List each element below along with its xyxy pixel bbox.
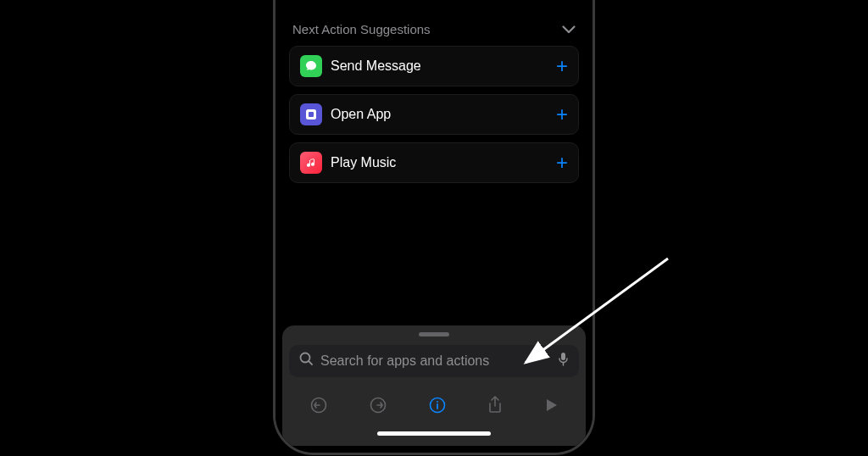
search-bar[interactable]: Search for apps and actions (289, 345, 579, 377)
section-title: Next Action Suggestions (292, 22, 431, 36)
microphone-icon[interactable] (558, 352, 569, 370)
section-header[interactable]: Next Action Suggestions (289, 17, 579, 46)
music-icon (300, 152, 322, 174)
screen: Next Action Suggestions Send Message + (275, 0, 593, 453)
toolbar (289, 387, 579, 423)
svg-line-3 (309, 361, 312, 364)
app-icon (300, 103, 322, 125)
add-button[interactable]: + (556, 104, 568, 125)
action-item-play-music[interactable]: Play Music + (289, 142, 579, 183)
action-item-send-message[interactable]: Send Message + (289, 46, 579, 86)
add-button[interactable]: + (556, 153, 568, 173)
svg-rect-1 (309, 112, 314, 117)
bottom-panel: Search for apps and actions (282, 325, 586, 446)
svg-rect-4 (561, 353, 565, 360)
action-label: Open App (331, 107, 548, 122)
undo-button[interactable] (306, 392, 331, 421)
grabber-handle[interactable] (419, 332, 449, 336)
action-item-open-app[interactable]: Open App + (289, 94, 579, 135)
home-indicator[interactable] (377, 431, 491, 436)
action-label: Play Music (331, 155, 548, 170)
info-button[interactable] (425, 392, 450, 421)
search-icon (299, 352, 314, 370)
phone-frame: Next Action Suggestions Send Message + (273, 0, 595, 455)
redo-button[interactable] (365, 392, 391, 421)
chevron-down-icon[interactable] (562, 22, 576, 37)
message-icon (300, 55, 322, 77)
add-button[interactable]: + (556, 56, 568, 76)
search-input[interactable]: Search for apps and actions (320, 353, 551, 369)
share-button[interactable] (484, 392, 506, 421)
action-label: Send Message (331, 58, 548, 74)
play-button[interactable] (540, 394, 562, 420)
svg-point-9 (437, 401, 438, 403)
